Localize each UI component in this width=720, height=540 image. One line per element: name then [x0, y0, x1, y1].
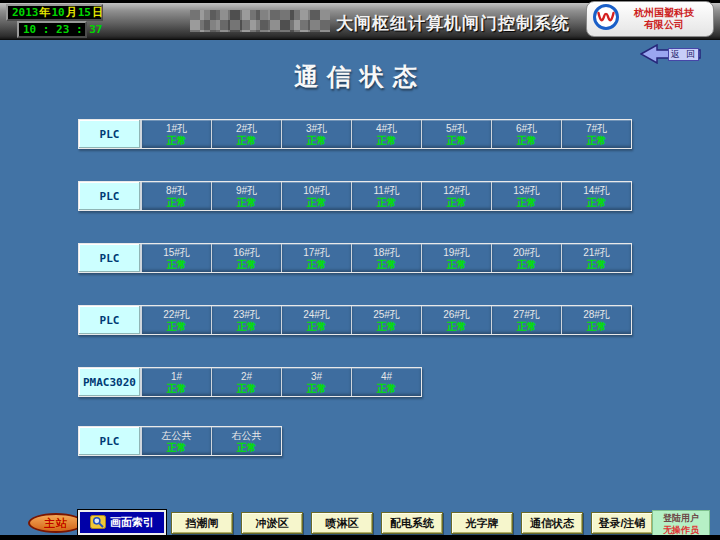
channel-cell: 27#孔正常 [491, 306, 561, 334]
channel-name: 9#孔 [212, 184, 281, 197]
channel-cell: 19#孔正常 [421, 244, 491, 272]
channel-name: 6#孔 [492, 122, 561, 135]
channel-status: 正常 [562, 197, 631, 208]
channel-cell: 18#孔正常 [351, 244, 421, 272]
device-label: PLC [79, 182, 141, 210]
channel-name: 22#孔 [142, 308, 211, 321]
bottom-border [0, 535, 720, 540]
station-indicator[interactable]: 主站 [28, 513, 84, 533]
channel-cell: 28#孔正常 [561, 306, 631, 334]
channel-cell: 13#孔正常 [491, 182, 561, 210]
channel-status: 正常 [142, 383, 211, 394]
channel-name: 10#孔 [282, 184, 351, 197]
channel-cell: 20#孔正常 [491, 244, 561, 272]
system-title: 大闸枢纽计算机闸门控制系统 [336, 12, 570, 35]
channel-status: 正常 [282, 383, 351, 394]
comm-row: PLC左公共正常右公共正常 [78, 426, 282, 456]
channel-cell: 3#正常 [281, 368, 351, 396]
date-unit: 日 [92, 6, 103, 19]
channel-cell: 1#正常 [141, 368, 211, 396]
channel-status: 正常 [492, 321, 561, 332]
channel-name: 27#孔 [492, 308, 561, 321]
channel-name: 2#孔 [212, 122, 281, 135]
channel-name: 28#孔 [562, 308, 631, 321]
channel-cell: 8#孔正常 [141, 182, 211, 210]
login-user-label: 登陆用户 [653, 512, 709, 524]
channel-cell: 4#正常 [351, 368, 421, 396]
date-value: 2013 [12, 6, 39, 19]
channel-cell: 1#孔正常 [141, 120, 211, 148]
channel-cell: 21#孔正常 [561, 244, 631, 272]
nav-button[interactable]: 配电系统 [381, 512, 443, 534]
channel-name: 19#孔 [422, 246, 491, 259]
nav-button[interactable]: 登录/注销 [591, 512, 653, 534]
channel-name: 16#孔 [212, 246, 281, 259]
footer-bar: 主站 画面索引 挡潮闸冲淤区喷淋区配电系统光字牌通信状态登录/注销 登陆用户 无… [0, 509, 720, 536]
nav-button[interactable]: 通信状态 [521, 512, 583, 534]
channel-status: 正常 [422, 321, 491, 332]
channel-cell: 10#孔正常 [281, 182, 351, 210]
channel-cell: 26#孔正常 [421, 306, 491, 334]
channel-name: 4#孔 [352, 122, 421, 135]
channel-name: 25#孔 [352, 308, 421, 321]
comm-row: PLC8#孔正常9#孔正常10#孔正常11#孔正常12#孔正常13#孔正常14#… [78, 181, 632, 211]
date-unit: 月 [66, 6, 77, 19]
company-logo-panel: 杭州国塑科技 有限公司 [586, 1, 714, 37]
channel-cell: 16#孔正常 [211, 244, 281, 272]
channel-status: 正常 [492, 135, 561, 146]
channel-status: 正常 [142, 197, 211, 208]
channel-name: 26#孔 [422, 308, 491, 321]
channel-status: 正常 [212, 135, 281, 146]
company-logo-icon [592, 3, 620, 35]
channel-cell: 23#孔正常 [211, 306, 281, 334]
channel-cell: 5#孔正常 [421, 120, 491, 148]
channel-name: 24#孔 [282, 308, 351, 321]
led-date: 2013年10月15日 [6, 4, 103, 21]
date-value: 15 [78, 6, 91, 19]
channel-name: 3# [282, 370, 351, 383]
channel-status: 正常 [562, 135, 631, 146]
channel-cell: 25#孔正常 [351, 306, 421, 334]
date-unit: 年 [40, 6, 51, 19]
channel-name: 4# [352, 370, 421, 383]
channel-status: 正常 [562, 321, 631, 332]
channel-cell: 4#孔正常 [351, 120, 421, 148]
channel-cell: 22#孔正常 [141, 306, 211, 334]
nav-button[interactable]: 喷淋区 [311, 512, 373, 534]
nav-button[interactable]: 冲淤区 [241, 512, 303, 534]
channel-status: 正常 [352, 197, 421, 208]
magnifier-icon [90, 515, 106, 531]
channel-name: 20#孔 [492, 246, 561, 259]
channel-name: 23#孔 [212, 308, 281, 321]
channel-name: 13#孔 [492, 184, 561, 197]
channel-name: 7#孔 [562, 122, 631, 135]
channel-status: 正常 [142, 442, 211, 453]
channel-cell: 3#孔正常 [281, 120, 351, 148]
company-name: 杭州国塑科技 有限公司 [620, 7, 708, 31]
date-value: 10 [52, 6, 65, 19]
hmi-screen: 2013年10月15日 10 : 23 : 37 大闸枢纽计算机闸门控制系统 杭… [0, 0, 720, 540]
channel-name: 8#孔 [142, 184, 211, 197]
channel-status: 正常 [212, 321, 281, 332]
nav-button[interactable]: 光字牌 [451, 512, 513, 534]
device-label: PLC [79, 120, 141, 148]
channel-name: 18#孔 [352, 246, 421, 259]
screen-index-button[interactable]: 画面索引 [78, 510, 166, 535]
channel-status: 正常 [352, 383, 421, 394]
nav-button[interactable]: 挡潮闸 [171, 512, 233, 534]
channel-status: 正常 [492, 259, 561, 270]
channel-cell: 右公共正常 [211, 427, 281, 455]
comm-row: PLC22#孔正常23#孔正常24#孔正常25#孔正常26#孔正常27#孔正常2… [78, 305, 632, 335]
channel-name: 1#孔 [142, 122, 211, 135]
channel-name: 14#孔 [562, 184, 631, 197]
channel-cell: 2#正常 [211, 368, 281, 396]
led-time: 10 : 23 : 37 [17, 21, 87, 38]
device-label: PLC [79, 306, 141, 334]
channel-status: 正常 [282, 321, 351, 332]
channel-cell: 17#孔正常 [281, 244, 351, 272]
channel-status: 正常 [422, 197, 491, 208]
channel-name: 2# [212, 370, 281, 383]
channel-cell: 11#孔正常 [351, 182, 421, 210]
datetime-panel: 2013年10月15日 10 : 23 : 37 [6, 4, 103, 38]
channel-status: 正常 [212, 197, 281, 208]
